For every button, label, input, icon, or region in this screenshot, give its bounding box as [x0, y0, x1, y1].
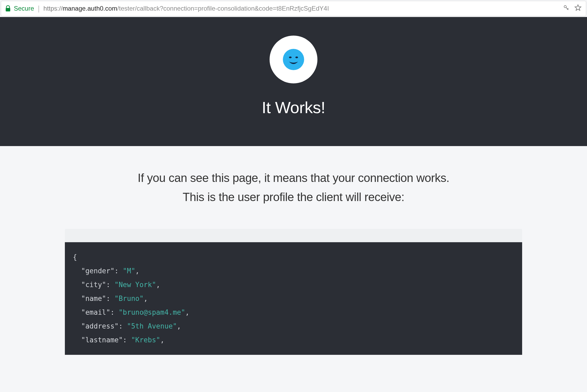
star-icon[interactable]	[574, 4, 582, 13]
url-host: manage.auth0.com	[62, 5, 117, 12]
svg-marker-2	[575, 5, 581, 10]
browser-address-bar[interactable]: Secure | https://manage.auth0.com/tester…	[1, 1, 586, 16]
key-icon[interactable]	[563, 5, 569, 12]
smiley-icon	[282, 48, 305, 71]
main-content: If you can see this page, it means that …	[0, 146, 587, 355]
secure-label: Secure	[14, 5, 34, 12]
avatar	[270, 36, 317, 83]
url-path: /tester/callback?connection=profile-cons…	[117, 5, 329, 12]
hero-banner: It Works!	[0, 17, 587, 146]
svg-point-5	[295, 57, 298, 58]
url-scheme: https://	[43, 5, 62, 12]
code-top-bar	[65, 229, 522, 242]
svg-point-1	[564, 6, 566, 8]
svg-rect-0	[6, 8, 10, 11]
url-text: https://manage.auth0.com/tester/callback…	[43, 5, 563, 12]
svg-point-3	[283, 49, 304, 70]
svg-point-4	[289, 57, 292, 58]
intro-line-1: If you can see this page, it means that …	[11, 171, 576, 185]
code-container: { "gender": "M", "city": "New York", "na…	[65, 229, 522, 355]
divider: |	[38, 4, 40, 13]
code-block: { "gender": "M", "city": "New York", "na…	[65, 242, 522, 355]
intro-line-2: This is the user profile the client will…	[11, 190, 576, 204]
page-title: It Works!	[0, 98, 587, 117]
lock-icon	[5, 5, 11, 12]
